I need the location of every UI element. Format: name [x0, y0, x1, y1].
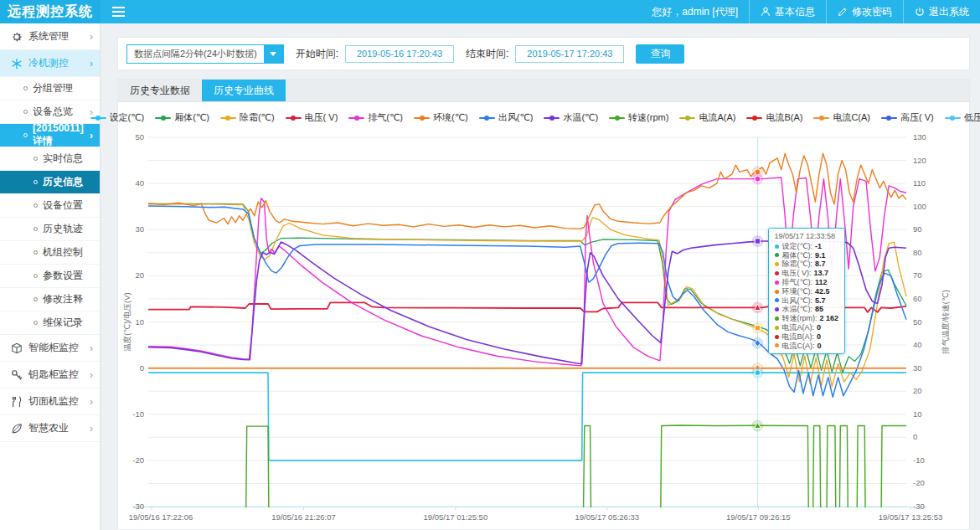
sidebar-item-修改注释[interactable]: 修改注释 [0, 288, 100, 311]
end-time-label: 结束时间: [466, 47, 508, 61]
svg-text:10: 10 [913, 409, 922, 419]
snow-icon [11, 58, 23, 69]
svg-text:110: 110 [913, 178, 926, 188]
svg-text:70: 70 [913, 270, 922, 280]
legend-label: 设定(℃) [110, 111, 145, 124]
tab-history-curve[interactable]: 历史专业曲线 [202, 80, 286, 101]
header-menu: 您好，admin [代理] 基本信息 修改密码 退出系统 [641, 0, 980, 23]
chevron-right-icon: › [90, 342, 93, 354]
legend-item-厢体(℃)[interactable]: 厢体(℃) [155, 111, 209, 124]
sidebar-item-钥匙柜监控[interactable]: 钥匙柜监控› [0, 362, 100, 388]
legend-label: 电流B(A) [766, 111, 802, 124]
legend-item-电流A(A)[interactable]: 电流A(A) [679, 111, 735, 124]
legend-item-电压( V)[interactable]: 电压( V) [286, 111, 338, 124]
end-time-input[interactable] [515, 45, 624, 63]
main-content: 数据点间隔2分钟(24小时数据) 开始时间: 结束时间: 查询 历史专业数据 历… [101, 23, 980, 530]
legend-item-转速(rpm)[interactable]: 转速(rpm) [609, 111, 668, 124]
legend-label: 除霜(℃) [240, 111, 275, 124]
svg-text:90: 90 [913, 224, 922, 234]
sidebar-item-label: 历史信息 [43, 175, 83, 189]
svg-text:-10: -10 [132, 409, 144, 419]
chart-plot[interactable]: 19/05/17 12:33:58设定(℃):-1厢体(℃):9.1除霜(℃):… [123, 126, 965, 529]
svg-text:19/05/16 17:22:06: 19/05/16 17:22:06 [128, 512, 193, 522]
legend-label: 厢体(℃) [174, 111, 209, 124]
history-curve-chart[interactable]: -30-20-1001020304050-30-20-1001020304050… [123, 126, 965, 526]
legend-item-设定(℃)[interactable]: 设定(℃) [90, 111, 145, 124]
tab-bar: 历史专业数据 历史专业曲线 [118, 80, 969, 102]
sidebar-item-分组管理[interactable]: 分组管理 [0, 77, 100, 100]
legend-item-除霜(℃)[interactable]: 除霜(℃) [220, 111, 275, 124]
sidebar-item-设备位置[interactable]: 设备位置 [0, 194, 100, 218]
sidebar-item-label: 钥匙柜监控 [28, 368, 79, 382]
bullet-icon [23, 86, 28, 90]
legend-item-高压( V)[interactable]: 高压( V) [881, 111, 934, 124]
sidebar-item-[20150011]详情[interactable]: [20150011]详情› [0, 124, 100, 147]
sidebar-item-切面机监控[interactable]: 切面机监控› [0, 388, 100, 415]
legend-line-dot-icon [813, 117, 829, 119]
sidebar-item-label: 切面机监控 [28, 394, 79, 409]
bullet-icon [23, 110, 28, 114]
bullet-icon [34, 274, 38, 278]
sidebar-item-label: 系统管理 [28, 29, 69, 44]
query-button[interactable]: 查询 [636, 44, 684, 64]
legend-item-环境(℃)[interactable]: 环境(℃) [414, 111, 468, 124]
sidebar-item-智慧农业[interactable]: 智慧农业› [0, 415, 100, 442]
sidebar-item-系统管理[interactable]: 系统管理› [0, 23, 100, 50]
legend-item-出风(℃)[interactable]: 出风(℃) [479, 111, 534, 124]
sidebar-item-实时信息[interactable]: 实时信息 [0, 147, 100, 171]
chevron-right-icon: › [90, 130, 93, 142]
svg-text:-20: -20 [132, 455, 144, 465]
svg-text:10: 10 [135, 317, 144, 327]
legend-item-电流C(A)[interactable]: 电流C(A) [813, 111, 870, 124]
legend-item-排气(℃)[interactable]: 排气(℃) [348, 111, 403, 124]
sidebar-item-label: 冷机测控 [28, 56, 69, 70]
query-toolbar: 数据点间隔2分钟(24小时数据) 开始时间: 结束时间: 查询 [117, 37, 970, 70]
sidebar-item-历史轨迹[interactable]: 历史轨迹 [0, 218, 100, 241]
legend-item-电流B(A)[interactable]: 电流B(A) [746, 111, 802, 124]
bullet-icon [34, 180, 38, 184]
app-header: 远程测控系统 您好，admin [代理] 基本信息 修改密码 退出系统 [0, 0, 980, 23]
hamburger-menu-icon[interactable] [101, 0, 136, 23]
svg-text:50: 50 [913, 317, 922, 327]
svg-text:19/05/17 09:26:15: 19/05/17 09:26:15 [726, 512, 791, 522]
svg-text:19/05/17 13:25:53: 19/05/17 13:25:53 [878, 512, 942, 522]
chevron-right-icon: › [90, 423, 93, 435]
series-排气(℃) [148, 178, 906, 366]
svg-text:60: 60 [913, 294, 922, 303]
logout-button[interactable]: 退出系统 [903, 0, 980, 23]
sidebar-item-冷机测控[interactable]: 冷机测控› [0, 50, 100, 77]
series-group [148, 153, 906, 511]
basic-info-button[interactable]: 基本信息 [749, 0, 826, 23]
svg-text:-30: -30 [913, 502, 925, 511]
svg-text:120: 120 [913, 156, 926, 165]
bullet-icon [34, 203, 38, 208]
sidebar-item-机组控制[interactable]: 机组控制 [0, 241, 100, 265]
power-icon [915, 7, 925, 17]
start-time-input[interactable] [345, 45, 454, 63]
legend-line-dot-icon [609, 117, 625, 119]
legend-label: 低压( V) [964, 111, 980, 124]
svg-text:20: 20 [913, 386, 922, 395]
sidebar-item-智能柜监控[interactable]: 智能柜监控› [0, 335, 100, 362]
y-axis-right-name: 排气温度/转速(℃) [941, 290, 950, 355]
svg-text:20: 20 [135, 270, 144, 280]
y-axis-right-labels: -30-20-100102030405060708090100110120130 [913, 132, 926, 511]
interval-select[interactable]: 数据点间隔2分钟(24小时数据) [126, 44, 284, 64]
legend-item-水温(℃)[interactable]: 水温(℃) [544, 111, 598, 124]
svg-text:19/05/17 01:25:50: 19/05/17 01:25:50 [423, 512, 487, 522]
sidebar-item-参数设置[interactable]: 参数设置 [0, 265, 100, 288]
svg-text:0: 0 [913, 432, 917, 441]
legend-item-低压( V)[interactable]: 低压( V) [945, 111, 980, 124]
series-转速(rpm) [148, 425, 906, 512]
sidebar-item-设备总览[interactable]: 设备总览› [0, 100, 100, 124]
bullet-icon [34, 227, 38, 231]
change-password-button[interactable]: 修改密码 [826, 0, 903, 23]
sidebar-item-label: 分组管理 [33, 81, 73, 95]
tab-history-data[interactable]: 历史专业数据 [118, 80, 202, 101]
sidebar-item-历史信息[interactable]: 历史信息 [0, 171, 100, 194]
bullet-icon [34, 321, 38, 325]
sidebar-item-维保记录[interactable]: 维保记录 [0, 311, 100, 335]
interval-select-value: 数据点间隔2分钟(24小时数据) [127, 45, 264, 63]
legend-line-dot-icon [348, 117, 364, 119]
svg-text:130: 130 [913, 132, 926, 142]
